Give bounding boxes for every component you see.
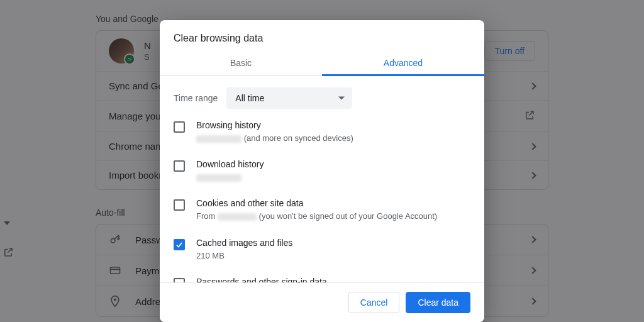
time-range-select[interactable]: All time [226,87,352,109]
dialog-title: Clear browsing data [160,20,484,52]
time-range-row: Time range All time [174,76,470,113]
dialog-buttons: Cancel Clear data [160,282,484,322]
option-title: Download history [196,159,470,169]
option-subtext: 210 MB [196,250,470,262]
tab-advanced[interactable]: Advanced [322,52,484,75]
option-subtext: From (you won't be signed out of your Go… [196,211,470,222]
option-cookies: Cookies and other site data From (you wo… [174,191,470,230]
option-title: Browsing history [196,120,470,130]
option-title: Cached images and files [196,238,470,248]
chevron-down-icon [338,97,345,100]
option-browsing-history: Browsing history (and more on synced dev… [174,113,470,152]
cancel-button[interactable]: Cancel [348,292,400,313]
clear-data-button[interactable]: Clear data [406,292,470,313]
option-subtext: (and more on synced devices) [196,133,470,144]
dialog-tabs: Basic Advanced [160,52,484,76]
clear-browsing-data-dialog: Clear browsing data Basic Advanced Time … [160,20,484,322]
option-cached: Cached images and files 210 MB [174,230,470,269]
option-passwords: Passwords and other sign-in data [174,269,470,282]
checkbox-cookies[interactable] [174,199,185,211]
time-range-label: Time range [174,93,218,103]
option-download-history: Download history [174,152,470,191]
checkbox-cached[interactable] [174,239,185,250]
dialog-body: Time range All time Browsing history (an… [160,76,484,282]
checkbox-passwords[interactable] [174,278,185,282]
option-title: Passwords and other sign-in data [196,277,470,282]
option-title: Cookies and other site data [196,198,470,208]
checkbox-browsing-history[interactable] [174,121,185,133]
tab-basic[interactable]: Basic [160,52,322,75]
option-subtext [196,172,470,183]
checkbox-download-history[interactable] [174,160,185,172]
time-range-value: All time [235,93,264,103]
